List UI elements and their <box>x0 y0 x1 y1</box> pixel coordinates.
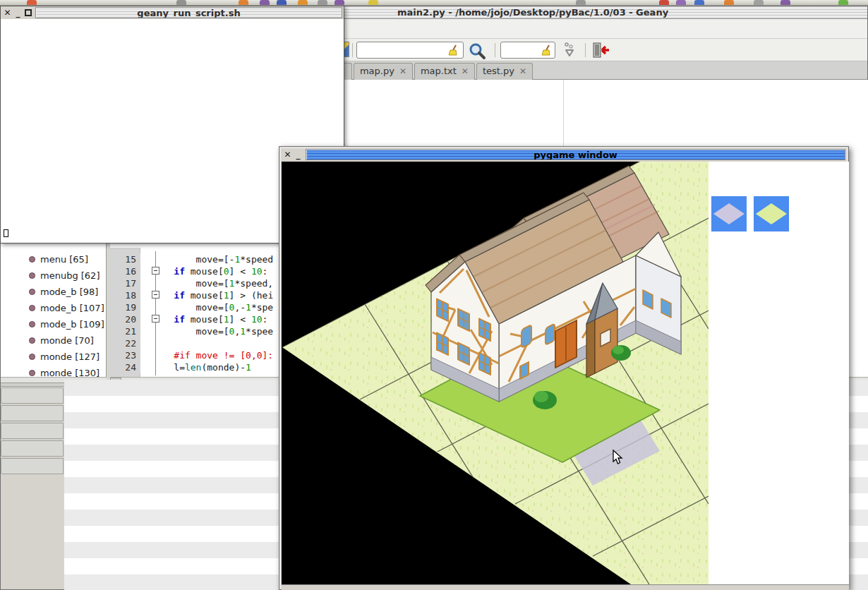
fold-marker-line20[interactable]: − <box>152 315 159 323</box>
line-number[interactable]: 23 <box>110 349 140 361</box>
symbol-item[interactable]: monde [127] <box>1 349 106 365</box>
line-number[interactable]: 22 <box>110 337 140 349</box>
fold-margin[interactable] <box>140 253 152 265</box>
maximize-icon[interactable] <box>25 9 32 16</box>
terminal-line <box>3 93 344 102</box>
message-tab[interactable] <box>1 423 64 439</box>
message-tab[interactable] <box>1 387 64 404</box>
close-icon[interactable]: ✕ <box>282 149 293 160</box>
code-text: move=[0,-1*spe <box>152 301 273 313</box>
pygame-content[interactable] <box>282 162 849 584</box>
symbol-label: monde [127] <box>40 351 100 362</box>
pygame-titlebar[interactable]: ✕ _ pygame window <box>281 148 847 161</box>
panel-icon[interactable] <box>676 0 686 5</box>
code-text: #if move != [0,0]: <box>152 349 273 361</box>
fold-margin[interactable] <box>140 349 152 361</box>
minimize-icon[interactable]: _ <box>13 7 23 18</box>
symbol-item[interactable]: mode_b [109] <box>1 316 106 332</box>
panel-icon[interactable] <box>277 0 287 5</box>
message-tab[interactable] <box>1 440 64 457</box>
symbol-label: menubg [62] <box>40 270 100 281</box>
panel-icon[interactable] <box>176 0 186 5</box>
file-tab[interactable]: map.py✕ <box>354 63 413 80</box>
code-text: move=[-1*speed <box>152 253 273 265</box>
panel-icon[interactable] <box>576 0 586 5</box>
symbol-item[interactable]: menu [65] <box>1 251 106 267</box>
line-number[interactable]: 19 <box>110 301 140 313</box>
lavender-diamond <box>711 196 747 231</box>
isometric-game-view[interactable] <box>282 162 709 584</box>
fold-margin[interactable] <box>140 361 152 373</box>
line-number[interactable]: 17 <box>110 277 140 289</box>
panel-icon[interactable] <box>780 0 790 5</box>
symbol-item[interactable]: monde [70] <box>1 332 106 349</box>
terminal-line <box>3 49 344 58</box>
line-number[interactable]: 20 <box>110 313 140 325</box>
panel-icon[interactable] <box>368 0 378 5</box>
terminal-titlebar[interactable]: ✕ _ geany_run_script.sh <box>1 6 344 19</box>
tab-close-icon[interactable]: ✕ <box>462 66 469 76</box>
tab-close-icon[interactable]: ✕ <box>399 66 406 76</box>
tab-close-icon[interactable]: ✕ <box>519 66 526 76</box>
tile-palette <box>709 162 849 584</box>
symbol-item[interactable]: mode_b [107] <box>1 300 106 316</box>
desktop-panel <box>0 0 868 6</box>
fold-margin[interactable] <box>140 301 152 313</box>
terminal-line <box>3 76 344 85</box>
panel-icon[interactable] <box>27 0 37 5</box>
message-tab[interactable] <box>1 405 64 421</box>
terminal-line <box>3 31 344 40</box>
file-tab-label: map.txt <box>421 66 457 76</box>
code-text: move=[1*speed, <box>152 277 273 289</box>
jump-to-line-icon[interactable] <box>561 42 578 59</box>
symbol-dot-icon <box>29 289 35 295</box>
file-tab[interactable]: test.py✕ <box>476 63 533 80</box>
clear-goto-broom-icon[interactable] <box>541 44 553 56</box>
toolbar-separator <box>352 43 353 57</box>
symbol-item[interactable]: menubg [62] <box>1 267 106 284</box>
close-icon[interactable]: ✕ <box>2 7 13 18</box>
pygame-window: ✕ _ pygame window <box>279 146 849 590</box>
symbol-dot-icon <box>29 337 35 344</box>
quit-icon[interactable] <box>592 42 610 59</box>
fold-marker-line18[interactable]: − <box>152 291 159 299</box>
pygame-title: pygame window <box>306 149 845 160</box>
symbol-item[interactable]: mode_b [98] <box>1 284 106 300</box>
message-tab[interactable] <box>1 458 64 474</box>
fold-margin[interactable] <box>140 337 152 349</box>
code-text: move=[0,1*spee <box>152 325 273 337</box>
line-number[interactable]: 24 <box>110 361 140 373</box>
panel-icon[interactable] <box>260 0 270 5</box>
line-number[interactable]: 21 <box>110 325 140 337</box>
line-number[interactable]: 15 <box>110 253 140 265</box>
code-text: if mouse[1] > (hei <box>152 289 273 301</box>
panel-icon[interactable] <box>694 0 704 5</box>
panel-icon[interactable] <box>659 0 669 5</box>
search-icon[interactable] <box>468 42 486 60</box>
panel-icon[interactable] <box>239 0 248 5</box>
minimize-icon[interactable]: _ <box>293 149 303 160</box>
file-tab[interactable]: map.txt✕ <box>414 63 475 80</box>
line-number[interactable]: 18 <box>110 289 140 301</box>
palette-tile-green[interactable] <box>754 196 789 231</box>
fold-margin[interactable] <box>140 277 152 289</box>
line-number[interactable]: 16 <box>110 265 140 277</box>
panel-icon[interactable] <box>724 0 734 5</box>
terminal-line <box>3 120 344 129</box>
fold-marker-line16[interactable]: − <box>152 267 159 275</box>
fold-margin[interactable] <box>140 313 152 325</box>
fold-margin[interactable] <box>140 289 152 301</box>
fold-margin[interactable] <box>140 325 152 337</box>
panel-icon[interactable] <box>754 0 764 5</box>
panel-icon[interactable] <box>318 0 327 5</box>
fold-margin[interactable] <box>140 265 152 277</box>
code-text: l=len(monde)-1 <box>152 361 251 373</box>
panel-icon[interactable] <box>334 0 344 5</box>
symbol-dot-icon <box>29 370 35 376</box>
clear-search-broom-icon[interactable] <box>448 44 459 56</box>
palette-tile-lavender[interactable] <box>711 196 747 231</box>
terminal-line <box>3 66 344 76</box>
file-tab-label: test.py <box>483 66 514 76</box>
panel-icon[interactable] <box>298 0 308 5</box>
panel-icon[interactable] <box>838 0 848 5</box>
